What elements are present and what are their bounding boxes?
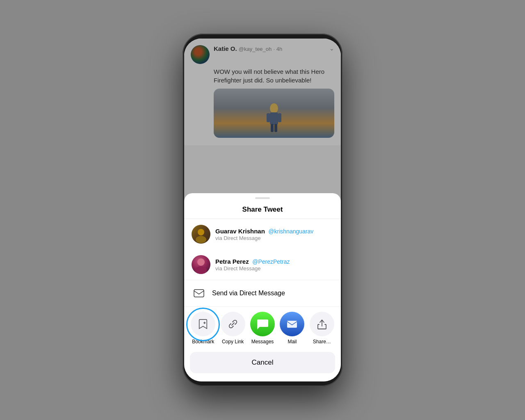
contact-item-1[interactable]: Guarav Krishnan @krishnanguarav via Dire… (184, 219, 341, 249)
copylink-circle (221, 312, 245, 336)
contact-list: Guarav Krishnan @krishnanguarav via Dire… (184, 219, 341, 280)
contact-avatar-petra (192, 255, 210, 274)
share-icons-row: Bookmark Copy Link (184, 306, 341, 349)
link-icon (228, 319, 238, 329)
messages-label: Messages (251, 339, 274, 345)
dm-envelope-icon-wrap (192, 286, 206, 301)
svg-point-8 (197, 258, 205, 266)
messages-icon (256, 317, 269, 331)
phone-screen: Katie O. @kay_tee_oh · 4h ⌄ WOW you will… (184, 39, 341, 381)
messages-circle (250, 312, 275, 336)
share-icon-mail[interactable]: Mail (277, 312, 307, 345)
contact-name-2: Petra Perez (215, 258, 249, 265)
share-icon-messages[interactable]: Messages (248, 312, 277, 345)
svg-point-9 (195, 266, 207, 274)
contact-item-2[interactable]: Petra Perez @PerezPetraz via Direct Mess… (184, 249, 341, 280)
bookmark-circle (191, 312, 215, 336)
svg-point-6 (198, 229, 204, 235)
contact-via-1: via Direct Message (215, 235, 313, 241)
dm-row[interactable]: Send via Direct Message (184, 280, 341, 306)
share-icon-copylink[interactable]: Copy Link (218, 312, 247, 345)
share-more-icon (317, 319, 326, 329)
envelope-icon (194, 289, 204, 297)
svg-rect-10 (194, 290, 204, 297)
phone-frame: Katie O. @kay_tee_oh · 4h ⌄ WOW you will… (183, 34, 342, 386)
svg-rect-13 (287, 321, 297, 328)
contact-handle-2: @PerezPetraz (252, 258, 290, 265)
mail-circle (280, 312, 304, 336)
share-icon-bookmark[interactable]: Bookmark (188, 312, 218, 345)
contact-via-2: via Direct Message (215, 265, 290, 272)
bookmark-icon (199, 319, 208, 329)
svg-point-7 (196, 236, 206, 243)
cancel-button[interactable]: Cancel (190, 352, 335, 373)
mail-label: Mail (288, 339, 297, 345)
bookmark-label: Bookmark (192, 339, 214, 345)
mail-icon (285, 317, 299, 331)
contact-info-2: Petra Perez @PerezPetraz via Direct Mess… (215, 258, 290, 272)
share-bottom-sheet: Share Tweet Guarav Krishnan @kri (184, 193, 341, 381)
contact-handle-1: @krishnanguarav (268, 228, 313, 235)
share-icon-more[interactable]: Share… (307, 312, 337, 345)
share-more-label: Share… (313, 339, 331, 345)
contact-info-1: Guarav Krishnan @krishnanguarav via Dire… (215, 228, 313, 241)
dm-row-label: Send via Direct Message (212, 290, 285, 297)
sheet-title: Share Tweet (184, 201, 341, 219)
sheet-drag-handle (255, 197, 270, 199)
share-more-circle (310, 312, 334, 336)
contact-name-1: Guarav Krishnan (215, 228, 265, 235)
contact-avatar-guarav (192, 225, 210, 244)
copylink-label: Copy Link (222, 339, 244, 345)
